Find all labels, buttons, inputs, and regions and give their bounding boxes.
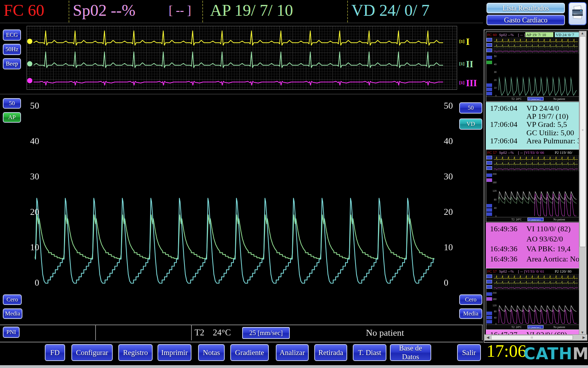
axis-tick: 10	[22, 242, 39, 253]
menu-button-fd[interactable]: FD	[45, 344, 65, 361]
horizontal-scroll-thumb[interactable]: ‖‖	[491, 335, 573, 340]
result-value: VI 110/0/ (82)	[526, 224, 570, 234]
axis-tick: 30	[22, 171, 39, 182]
menu-button-retirada[interactable]: Retirada	[314, 344, 347, 361]
menu-button-configurar[interactable]: Configurar	[71, 344, 113, 361]
result-timestamp: 17:06:04	[486, 136, 526, 144]
results-list-panel: 17:06:04VD 24/4/0AP 19/7/ (10)17:06:04VP…	[484, 29, 588, 343]
vertical-scroll-thumb[interactable]: ≡	[580, 36, 586, 247]
sweep-speed-button[interactable]: 25 [mm/sec]	[242, 327, 290, 339]
separator	[69, 1, 69, 22]
result-timestamp: 17:06:04	[486, 104, 526, 112]
axis-tick: 0	[444, 278, 461, 288]
clock: 17:06	[486, 341, 526, 361]
ecg-button[interactable]: ECG	[3, 29, 21, 41]
axis-tick: 20	[22, 207, 39, 217]
axis-tick: 10	[444, 242, 461, 253]
result-timestamp: 16:49:36	[486, 254, 526, 265]
result-timestamp: 16:49:36	[486, 224, 526, 234]
result-thumbnail[interactable]	[486, 149, 580, 222]
brand-cath: CATH	[524, 344, 573, 363]
axis-tick: 20	[444, 207, 461, 217]
menu-button-gradiente[interactable]: Gradiente	[230, 344, 269, 361]
horizontal-scrollbar[interactable]: ◀ ‖‖ ▶	[484, 334, 587, 341]
taskbar-strip	[0, 365, 588, 368]
spo2-bracket: [ -- ]	[169, 4, 191, 18]
menu-button-imprimir[interactable]: Imprimir	[158, 344, 191, 361]
mean-left-button[interactable]: Media	[3, 308, 22, 319]
result-value: Area Pulmunar: 3,51	[526, 136, 579, 144]
menu-button-registro[interactable]: Registro	[118, 344, 153, 361]
hr-value: FC 60	[4, 1, 44, 20]
spo2-value: Sp02 --%	[73, 1, 135, 20]
vertical-scrollbar[interactable]: ▲ ≡ ▼	[579, 31, 587, 335]
zero-left-button[interactable]: Cero	[3, 294, 22, 305]
status-cell-divider	[191, 325, 192, 340]
monitor-screen: FC 60 Sp02 --% [ -- ] AP 19/ 7/ 10 VD 24…	[0, 0, 588, 368]
ap-channel-button[interactable]: AP	[3, 112, 21, 123]
printer-icon	[571, 5, 584, 22]
temp-value: 24°C	[213, 328, 231, 338]
print-button[interactable]	[568, 2, 587, 25]
separator	[202, 1, 203, 22]
vd-channel-button[interactable]: VD	[459, 118, 482, 130]
status-cell-divider	[95, 325, 96, 340]
axis-tick: 40	[22, 136, 39, 146]
menu-bar: FDConfigurarRegistroImprimirNotasGradien…	[0, 344, 483, 361]
menu-button-base-de-datos[interactable]: Base de Datos	[390, 344, 431, 361]
beep-button[interactable]: Beep	[3, 58, 21, 69]
status-bar: T2 24°C 25 [mm/sec] No patient	[0, 325, 483, 342]
axis-tick: 30	[444, 171, 461, 182]
axis-tick: 0	[22, 278, 39, 288]
filter-50hz-button[interactable]: 50Hz	[3, 44, 21, 55]
cardiac-output-button[interactable]: Gasto Cardiaco	[486, 15, 565, 25]
menu-button-notas[interactable]: Notas	[198, 344, 225, 361]
result-timestamp	[486, 128, 526, 136]
menu-button-analizar[interactable]: Analizar	[276, 344, 309, 361]
result-thumbnail[interactable]	[486, 32, 580, 102]
patient-status: No patient	[290, 328, 479, 338]
axis-tick: 50	[444, 101, 461, 111]
separator	[347, 1, 348, 22]
pressure-scale-left: 50403020100	[22, 94, 39, 324]
menu-button-t-diast[interactable]: T. Diast	[353, 344, 386, 361]
result-timestamp: 16:49:36	[486, 244, 526, 254]
result-value: Area Aortica: No GC	[526, 254, 579, 265]
pressure-trace-display	[0, 94, 483, 324]
left-range-button[interactable]: 50	[3, 98, 21, 109]
axis-tick: 40	[444, 136, 461, 146]
scroll-up-icon[interactable]: ▲	[579, 31, 586, 35]
result-thumbnail[interactable]	[486, 268, 580, 330]
results-list-button[interactable]: Lista Resultados	[486, 3, 565, 13]
vitals-bar: FC 60 Sp02 --% [ -- ] AP 19/ 7/ 10 VD 24…	[0, 0, 483, 23]
mean-right-button[interactable]: Media	[459, 308, 482, 319]
result-value: VA PBK: 19,4	[526, 244, 570, 254]
axis-tick: 50	[22, 101, 39, 111]
status-cell-divider	[482, 325, 483, 340]
result-timestamp	[486, 112, 526, 120]
ap-value: AP 19/ 7/ 10	[210, 1, 293, 20]
result-entry[interactable]: 16:49:36VI 110/0/ (82)AO 93/62/016:49:36…	[486, 223, 579, 271]
result-value: AO 93/62/0	[526, 234, 563, 245]
result-value: AP 19/7/ (10)	[526, 112, 568, 120]
menu-button-salir[interactable]: Salir	[457, 344, 481, 361]
result-timestamp	[486, 234, 526, 245]
result-timestamp: 17:06:04	[486, 120, 526, 128]
temp-probe-label: T2	[195, 328, 204, 338]
brand-logo: CATHMED	[524, 344, 588, 363]
brand-med: MED	[573, 344, 588, 363]
scroll-right-icon[interactable]: ▶	[581, 335, 587, 340]
ecg-trace-display	[27, 26, 457, 90]
lead-label-III: [1] III	[459, 78, 477, 89]
result-value: GC Utiliz: 5,00	[526, 128, 574, 136]
result-value: VD 24/4/0	[526, 104, 559, 112]
pressure-scale-right: 50403020100	[444, 94, 461, 324]
scroll-left-icon[interactable]: ◀	[485, 335, 491, 340]
result-value: VP Grad: 5,5	[526, 120, 567, 128]
result-entry[interactable]: 17:06:04VD 24/4/0AP 19/7/ (10)17:06:04VP…	[486, 102, 579, 150]
vd-value: VD 24/ 0/ 7	[351, 1, 429, 20]
zero-right-button[interactable]: Cero	[459, 294, 482, 305]
right-range-button[interactable]: 50	[459, 102, 482, 114]
lead-label-I: [1] I	[459, 36, 470, 47]
lead-label-II: [1] II	[459, 59, 473, 70]
